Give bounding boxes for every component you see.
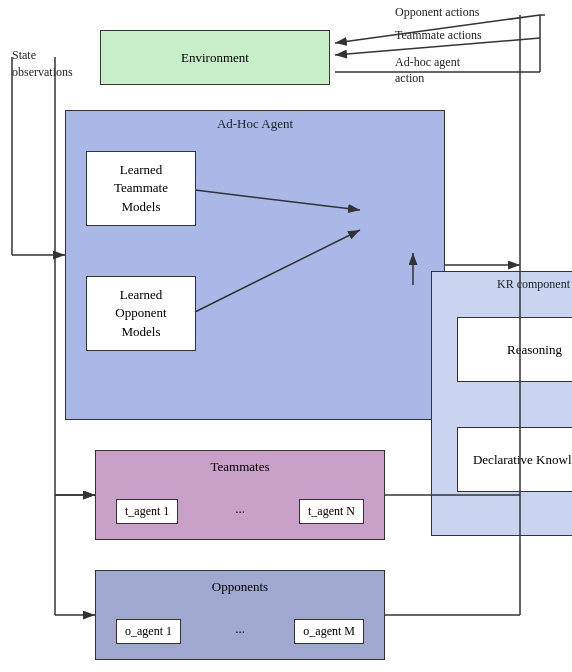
t-agent-1-label: t_agent 1 <box>125 504 169 518</box>
environment-label: Environment <box>181 50 249 66</box>
adhoc-agent-action-label: Ad-hoc agentaction <box>395 55 460 86</box>
teammates-box: Teammates t_agent 1 ... t_agent N <box>95 450 385 540</box>
environment-box: Environment <box>100 30 330 85</box>
reasoning-label: Reasoning <box>507 342 562 358</box>
teammates-label: Teammates <box>210 459 269 475</box>
learned-opponent-models-label: LearnedOpponentModels <box>115 286 166 341</box>
adhoc-agent-box: Ad-Hoc Agent KR component Reasoning Decl… <box>65 110 445 420</box>
kr-component-box: KR component Reasoning Declarative Knowl… <box>431 271 572 536</box>
learned-opponent-models-box: LearnedOpponentModels <box>86 276 196 351</box>
teammates-dots: ... <box>235 501 245 517</box>
adhoc-agent-label: Ad-Hoc Agent <box>217 116 293 132</box>
teammate-actions-label: Teammate actions <box>395 28 482 43</box>
opponents-label: Opponents <box>212 579 268 595</box>
o-agent-m-box: o_agent M <box>294 619 364 644</box>
o-agent-m-label: o_agent M <box>303 624 355 638</box>
state-observations-label: Stateobservations <box>12 47 73 81</box>
opponents-box: Opponents o_agent 1 ... o_agent M <box>95 570 385 660</box>
reasoning-box: Reasoning <box>457 317 572 382</box>
learned-teammate-models-label: LearnedTeammateModels <box>114 161 168 216</box>
t-agent-n-box: t_agent N <box>299 499 364 524</box>
o-agent-1-label: o_agent 1 <box>125 624 172 638</box>
learned-teammate-models-box: LearnedTeammateModels <box>86 151 196 226</box>
declarative-knowledge-label: Declarative Knowledge <box>473 452 572 468</box>
opponents-dots: ... <box>235 621 245 637</box>
t-agent-1-box: t_agent 1 <box>116 499 178 524</box>
o-agent-1-box: o_agent 1 <box>116 619 181 644</box>
opponent-actions-label: Opponent actions <box>395 5 479 20</box>
kr-label: KR component <box>497 277 570 292</box>
diagram: Environment Ad-Hoc Agent KR component Re… <box>0 0 572 672</box>
declarative-knowledge-box: Declarative Knowledge <box>457 427 572 492</box>
t-agent-n-label: t_agent N <box>308 504 355 518</box>
